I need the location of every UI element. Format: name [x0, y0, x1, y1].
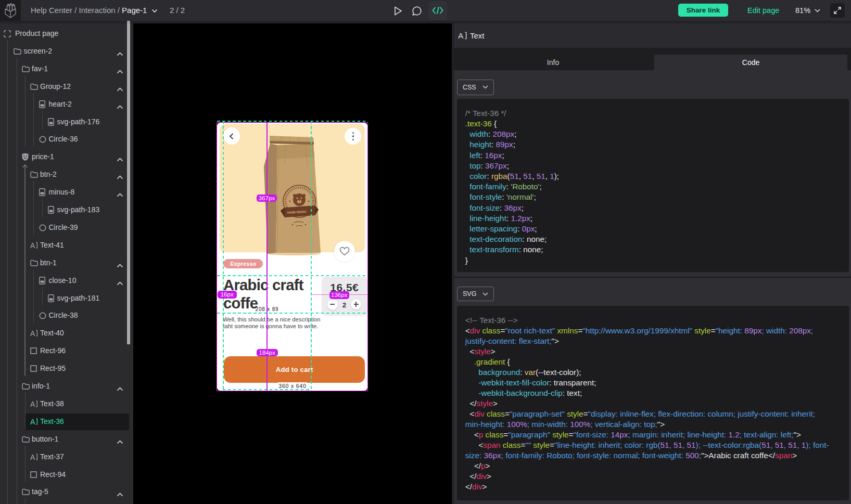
svg-text:A: A: [30, 453, 35, 461]
svg-text:A: A: [30, 241, 35, 249]
svg-text:A: A: [30, 418, 35, 425]
svg-text:A: A: [458, 31, 464, 40]
svg-text:A: A: [30, 400, 35, 408]
svg-text:A: A: [30, 329, 35, 337]
